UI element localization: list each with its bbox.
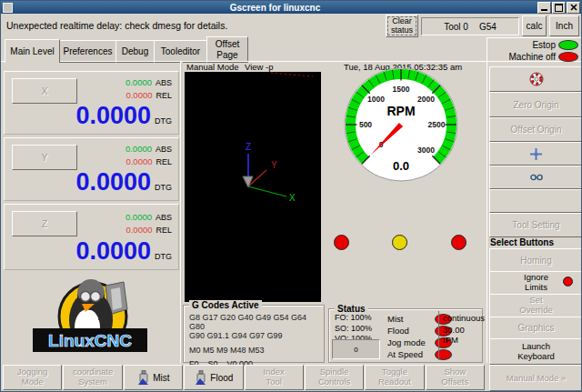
- dtg-label: DTG: [155, 116, 172, 126]
- lifebuoy-icon: [528, 71, 545, 87]
- svg-text:1500: 1500: [393, 85, 410, 94]
- axis-panel-y: Y 0.0000ABS 0.0000REL 0.0000DTG: [4, 137, 179, 201]
- at-speed-indicator-label: At Speed: [387, 349, 435, 359]
- rel-label: REL: [156, 157, 172, 166]
- spindle-speed-button[interactable]: 0: [332, 339, 380, 359]
- jogging-mode-button[interactable]: Jogging Mode: [3, 365, 62, 390]
- estop-label[interactable]: Estop: [496, 40, 556, 50]
- axis-panel-z: Z 0.0000ABS 0.0000REL 0.0000DTG: [4, 204, 179, 270]
- jog-increment-label: continuous: [443, 313, 485, 323]
- axis-y-dtg-value: 0.0000: [75, 168, 151, 196]
- axis-z-dtg-value: 0.0000: [75, 237, 151, 266]
- move-to-origin-button[interactable]: [489, 142, 582, 166]
- svg-text:RPM: RPM: [386, 104, 415, 118]
- flood-icon: [194, 369, 207, 386]
- tool-setting-button[interactable]: Tool Setting: [489, 213, 582, 237]
- rel-label: REL: [156, 91, 172, 100]
- close-button[interactable]: [567, 2, 580, 14]
- homing-button[interactable]: Homing: [489, 248, 582, 272]
- blank-button[interactable]: [489, 189, 582, 213]
- gcode-line-1: G8 G17 G20 G40 G49 G54 G64 G80: [189, 313, 324, 331]
- mist-indicator-label: Mist: [387, 314, 435, 324]
- manual-mode-button[interactable]: Manual Mode »: [489, 365, 582, 391]
- svg-text:1000: 1000: [367, 95, 385, 104]
- mist-button[interactable]: Mist: [124, 365, 183, 390]
- show-offsets-button[interactable]: Show Offsets: [426, 365, 485, 390]
- axis-x-rel-value: 0.0000: [125, 90, 152, 100]
- coordinate-system-button[interactable]: coordinate System: [63, 365, 122, 390]
- svg-text:500: 500: [359, 120, 372, 129]
- maximize-button[interactable]: [552, 2, 566, 14]
- spindle-override-value: SO: 100%: [335, 324, 372, 335]
- indicator-light-3: [451, 235, 467, 250]
- offset-origin-button[interactable]: Offset Origin: [489, 117, 582, 142]
- gremlin-3d-preview[interactable]: Z Y X: [185, 72, 321, 302]
- tool-statusbar: Tool 0 G54: [421, 17, 519, 35]
- clear-status-button[interactable]: Clear status: [386, 15, 418, 37]
- tab-debug[interactable]: Debug: [115, 40, 155, 63]
- graphics-button[interactable]: Graphics: [489, 317, 582, 339]
- axis-z-button[interactable]: Z: [12, 211, 77, 236]
- x-axis-label: X: [289, 193, 296, 203]
- flood-button[interactable]: Flood: [184, 365, 243, 390]
- minimize-button[interactable]: [537, 2, 551, 14]
- rel-label: REL: [156, 226, 172, 235]
- window-title: Gscreen for linuxcnc: [13, 3, 537, 13]
- jog-mode-indicator-label: Jog mode: [387, 337, 435, 347]
- tab-main-level[interactable]: Main Level: [5, 39, 60, 63]
- dtg-label: DTG: [155, 252, 172, 261]
- launch-keyboard-button[interactable]: Launch Keyboard: [489, 338, 582, 365]
- machine-off-label[interactable]: Machine off: [492, 52, 556, 62]
- y-axis-label: Y: [271, 160, 277, 170]
- index-tool-button[interactable]: Index Tool: [245, 365, 304, 390]
- axis-z-abs-value: 0.0000: [125, 212, 152, 222]
- axis-z-rel-value: 0.0000: [125, 225, 152, 235]
- jog-rate-label: 30.00 IPM: [443, 325, 482, 345]
- tab-preferences[interactable]: Preferences: [59, 40, 116, 63]
- set-override-button[interactable]: Set Override: [489, 294, 582, 317]
- bottom-toolbar: Jogging Mode coordinate System Mist Floo…: [3, 365, 485, 390]
- machine-off-led: [558, 52, 578, 62]
- view-label: View -p: [245, 62, 274, 72]
- axis-x-button[interactable]: X: [12, 78, 77, 104]
- status-frame: Status FO: 100% SO: 100% VO: 100% 0 Mist…: [328, 308, 483, 363]
- realtime-warning-message: Unexpected realtime delay: check dmesg f…: [6, 17, 370, 34]
- indicator-light-1: [334, 235, 349, 250]
- axis-y-button[interactable]: Y: [12, 145, 77, 170]
- abs-label: ABS: [156, 145, 172, 154]
- tab-tooleditor[interactable]: Tooleditor: [154, 40, 207, 63]
- spindle-controls-button[interactable]: Spindle Controls: [305, 365, 364, 390]
- mist-icon: [136, 369, 150, 386]
- close-icon: [570, 4, 577, 11]
- indicator-light-2: [392, 235, 407, 250]
- linuxcnc-logo: LinuxCNC: [4, 273, 179, 363]
- svg-text:0.0: 0.0: [393, 159, 409, 173]
- svg-text:2000: 2000: [417, 95, 435, 104]
- crosshair-icon: [529, 147, 543, 161]
- axis-y-abs-value: 0.0000: [125, 144, 152, 154]
- zero-origin-button[interactable]: Zero Origin: [489, 92, 582, 117]
- toggle-readout-button[interactable]: Toggle Readout: [365, 365, 424, 390]
- dtg-label: DTG: [155, 183, 172, 192]
- at-speed-led: [435, 349, 452, 360]
- flood-button-label: Flood: [210, 373, 233, 383]
- tool-measure-button[interactable]: [489, 166, 582, 189]
- spindle-rpm-gauge: 050010001500200025003000RPM0.0: [337, 65, 465, 186]
- unit-toggle-button[interactable]: Inch: [549, 15, 579, 36]
- application-window: Gscreen for linuxcnc Unexpected realtime…: [0, 0, 582, 392]
- ignore-limits-led: [563, 276, 573, 286]
- status-divider: [438, 311, 439, 360]
- calc-button[interactable]: calc: [522, 15, 547, 36]
- gcodes-title: G Codes Active: [189, 300, 262, 310]
- axis-x-dtg-value: 0.0000: [75, 102, 151, 130]
- select-buttons-label: Select Buttons: [490, 237, 554, 247]
- gcode-line-2: G90 G91.1 G94 G97 G99: [189, 331, 324, 340]
- title-bar[interactable]: Gscreen for linuxcnc: [1, 1, 581, 14]
- maximize-icon: [555, 4, 563, 12]
- axis-y-rel-value: 0.0000: [125, 156, 152, 166]
- z-axis-label: Z: [246, 142, 251, 152]
- cycle-start-button[interactable]: [489, 66, 582, 92]
- tab-offset-page[interactable]: Offset Page: [206, 36, 248, 63]
- axis-panel-x: X 0.0000ABS 0.0000REL 0.0000DTG: [4, 71, 179, 135]
- estop-led: [558, 40, 578, 50]
